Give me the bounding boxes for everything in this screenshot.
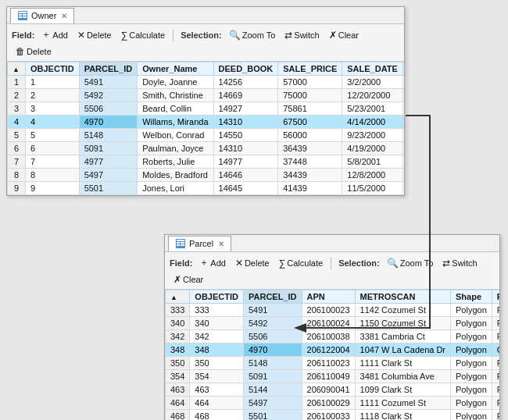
cell-sale-date: 12/8/2000 (342, 169, 403, 182)
table-row[interactable]: 8 8 5497 Moldes, Bradford 14646 34439 12… (8, 169, 405, 182)
delete-button[interactable]: ✕ Delete (73, 28, 116, 42)
header-rownum: ▲ (8, 62, 26, 76)
cell-parcel-type: Residential (492, 357, 499, 370)
cell-owner-name: Smith, Christine (138, 89, 213, 102)
zoom-to-button[interactable]: 🔍 Zoom To (225, 28, 280, 42)
cell-metroscan: 1047 W La Cadena Dr (355, 343, 450, 357)
parcel-calculate-button[interactable]: ∑ Calculate (275, 256, 327, 270)
cell-objectid: 1 (26, 76, 80, 89)
cell-objectid: 354 (190, 370, 244, 383)
parcel-header-parcel-type[interactable]: Parcel_type (492, 290, 499, 304)
owner-table-scroll[interactable]: ▲ OBJECTID PARCEL_ID Owner_Name DEED_BOO… (7, 62, 404, 195)
parcel-selection-label: Selection: (338, 258, 380, 268)
row-num: 7 (8, 155, 26, 169)
cell-parcel-id: 5497 (243, 397, 302, 410)
parcel-table-window: Parcel ✕ Field: ＋ Add ✕ Delete ∑ Calcula… (164, 234, 500, 420)
cell-parcel-id: 5501 (79, 182, 138, 195)
table-row[interactable]: 342 342 5506 206100038 3381 Cambria Ct P… (166, 330, 500, 343)
cell-sale-date: 5/23/2001 (342, 102, 403, 116)
header-account[interactable]: ACCOUNT (402, 62, 404, 76)
row-num: 2 (8, 89, 26, 102)
cell-apn: 206100033 (302, 410, 355, 421)
header-owner-name[interactable]: Owner_Name (138, 62, 213, 76)
cell-objectid: 464 (190, 397, 244, 410)
row-num: 5 (8, 129, 26, 142)
table-row[interactable]: 4 4 4970 Willams, Miranda 14310 67500 4/… (8, 116, 405, 129)
parcel-tab-close[interactable]: ✕ (218, 240, 224, 248)
row-num: 463 (166, 383, 190, 397)
parcel-switch-button[interactable]: ⇄ Switch (438, 256, 481, 270)
cell-parcel-type: Residential (492, 397, 499, 410)
row-num: 8 (8, 169, 26, 182)
parcel-header-shape[interactable]: Shape (451, 290, 492, 304)
parcel-table-scroll[interactable]: ▲ OBJECTID PARCEL_ID APN METROSCAN Shape… (165, 290, 499, 420)
table-row[interactable]: 464 464 5497 206100029 1111 Cozumel St P… (166, 397, 500, 410)
cell-parcel-id: 5144 (243, 383, 302, 397)
cell-shape: Polygon (451, 317, 492, 330)
parcel-header-metroscan[interactable]: METROSCAN (355, 290, 450, 304)
cell-owner-name: Moldes, Bradford (138, 169, 213, 182)
cell-account: 00591963 (402, 89, 404, 102)
parcel-switch-icon: ⇄ (442, 258, 450, 269)
cell-shape: Polygon (451, 410, 492, 421)
table-row[interactable]: 1 1 5491 Doyle, Joanne 14256 57000 3/2/2… (8, 76, 405, 89)
cell-apn: 206122004 (302, 343, 355, 357)
parcel-clear-button[interactable]: ✗ Clear (170, 272, 207, 287)
parcel-header-objectid[interactable]: OBJECTID (190, 290, 244, 304)
table-row[interactable]: 6 6 5091 Paulman, Joyce 14310 36439 4/19… (8, 142, 405, 155)
table-row[interactable]: 348 348 4970 206122004 1047 W La Cadena … (166, 343, 500, 357)
svg-rect-9 (181, 242, 184, 244)
selection-label: Selection: (181, 30, 222, 40)
cell-objectid: 9 (26, 182, 80, 195)
row-num: 3 (8, 102, 26, 116)
cell-account: 00599107 (402, 182, 404, 195)
cell-sale-price: 41439 (278, 182, 342, 195)
table-row[interactable]: 350 350 5148 206110023 1111 Clark St Pol… (166, 357, 500, 370)
header-sale-price[interactable]: SALE_PRICE (278, 62, 342, 76)
cell-account: 00598585 (402, 155, 404, 169)
parcel-zoom-to-button[interactable]: 🔍 Zoom To (383, 256, 438, 270)
cell-objectid: 333 (190, 304, 244, 317)
table-row[interactable]: 9 9 5501 Jones, Lori 14645 41439 11/5/20… (8, 182, 405, 195)
parcel-header-apn[interactable]: APN (302, 290, 355, 304)
clear-button[interactable]: ✗ Clear (325, 28, 363, 42)
parcel-tab[interactable]: Parcel ✕ (168, 236, 231, 251)
parcel-add-button[interactable]: ＋ Add (195, 254, 230, 271)
owner-tab-close[interactable]: ✕ (61, 12, 67, 20)
cell-parcel-type: Residential (492, 410, 499, 421)
table-row[interactable]: 333 333 5491 206100023 1142 Cozumel St P… (166, 304, 500, 317)
owner-tab[interactable]: Owner ✕ (10, 8, 74, 23)
add-icon: ＋ (41, 28, 51, 41)
parcel-header-row: ▲ OBJECTID PARCEL_ID APN METROSCAN Shape… (166, 290, 500, 304)
cell-parcel-id: 5501 (243, 410, 302, 421)
cell-parcel-id: 4977 (79, 155, 138, 169)
table-icon (17, 10, 28, 21)
cell-sale-date: 5/8/2001 (342, 155, 403, 169)
header-sale-date[interactable]: SALE_DATE (342, 62, 403, 76)
cell-sale-price: 67500 (278, 116, 342, 129)
table-row[interactable]: 2 2 5492 Smith, Christine 14669 75000 12… (8, 89, 405, 102)
cell-sale-date: 9/23/2000 (342, 129, 403, 142)
table-row[interactable]: 463 463 5144 206090041 1099 Clark St Pol… (166, 383, 500, 397)
table-row[interactable]: 340 340 5492 206100024 1150 Cozumel St P… (166, 317, 500, 330)
add-button[interactable]: ＋ Add (38, 27, 72, 43)
calculate-button[interactable]: ∑ Calculate (117, 28, 169, 42)
row-num: 333 (166, 304, 190, 317)
parcel-delete-button[interactable]: ✕ Delete (231, 256, 274, 270)
header-deed-book[interactable]: DEED_BOOK (213, 62, 278, 76)
cell-deed-book: 14669 (213, 89, 278, 102)
cell-deed-book: 14550 (213, 129, 278, 142)
parcel-header-parcel-id[interactable]: PARCEL_ID (243, 290, 302, 304)
delete2-button[interactable]: 🗑 Delete (12, 44, 55, 59)
table-row[interactable]: 5 5 5148 Welbon, Conrad 14550 56000 9/23… (8, 129, 405, 142)
parcel-table-icon (175, 238, 186, 249)
table-row[interactable]: 7 7 4977 Roberts, Julie 14977 37448 5/8/… (8, 155, 405, 169)
header-parcel-id[interactable]: PARCEL_ID (79, 62, 138, 76)
parcel-tab-label: Parcel (189, 239, 213, 248)
table-row[interactable]: 3 3 5506 Beard, Collin 14927 75861 5/23/… (8, 102, 405, 116)
switch-button[interactable]: ⇄ Switch (281, 28, 323, 42)
cell-parcel-id: 5492 (243, 317, 302, 330)
table-row[interactable]: 354 354 5091 206110049 3481 Columbia Ave… (166, 370, 500, 383)
table-row[interactable]: 468 468 5501 206100033 1118 Clark St Pol… (166, 410, 500, 421)
header-objectid[interactable]: OBJECTID (26, 62, 80, 76)
